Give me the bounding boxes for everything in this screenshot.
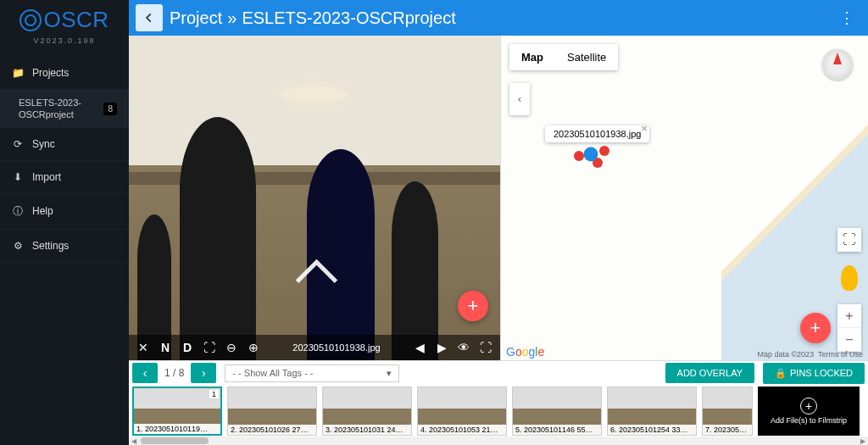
viewer-toolbar: ✕ N D ⛶ ⊖ ⊕ 20230510101938.jpg ◀ ▶ 👁 ⛶	[129, 335, 500, 360]
add-files-label: Add File(s) to Filmstrip	[771, 416, 847, 425]
chevron-down-icon: ▾	[387, 368, 392, 379]
thumbnail[interactable]: 5. 202305101146 55…	[512, 387, 602, 436]
map-zoom-in-button[interactable]: +	[837, 304, 861, 328]
folder-icon: 📁	[12, 67, 24, 79]
breadcrumb-root[interactable]: Project	[170, 8, 222, 27]
nav-project-item-label: ESLETS-2023-OSCRproject	[19, 97, 103, 121]
horizontal-scrollbar[interactable]: ◀ ▶	[129, 437, 868, 445]
breadcrumb: Project»ESLETS-2023-OSCRproject	[170, 8, 832, 28]
photo-viewer: + ✕ N D ⛶ ⊖ ⊕ 20230510101938.jpg ◀ ▶ 👁 ⛶	[129, 36, 500, 360]
map-add-fab-button[interactable]: +	[800, 313, 831, 343]
scroll-left-arrow[interactable]: ◀	[129, 437, 139, 445]
tooltip-close-button[interactable]: ✕	[641, 124, 648, 133]
map-pin-active[interactable]	[584, 147, 598, 162]
main: Project»ESLETS-2023-OSCRproject ⋮ + ✕ N …	[129, 0, 868, 445]
north-button[interactable]: N	[158, 341, 173, 354]
map-zoom-out-button[interactable]: −	[837, 328, 861, 352]
marker-tooltip: 20230510101938.jpg ✕	[545, 125, 649, 142]
scroll-thumb[interactable]	[141, 437, 209, 444]
nav-sync-label: Sync	[32, 138, 55, 150]
map-controls: ⛶ + −	[837, 228, 861, 352]
pegman-icon[interactable]	[841, 265, 858, 291]
add-overlay-button[interactable]: ADD OVERLAY	[665, 363, 754, 383]
plus-circle-icon: +	[800, 398, 817, 414]
panorama-image[interactable]: + ✕ N D ⛶ ⊖ ⊕ 20230510101938.jpg ◀ ▶ 👁 ⛶	[129, 36, 500, 360]
thumbnail-label: 1. 2023051010119…	[134, 424, 220, 434]
app-version: V2023.0.198	[10, 36, 119, 45]
pager-position: 1 / 8	[164, 367, 184, 379]
nav-project-item[interactable]: ESLETS-2023-OSCRproject 8	[0, 90, 129, 128]
viewer-filename: 20230510101938.jpg	[268, 342, 405, 353]
tags-dropdown[interactable]: - - Show All Tags - - ▾	[225, 364, 398, 382]
add-files-button[interactable]: + Add File(s) to Filmstrip	[758, 387, 860, 436]
terms-link[interactable]: Terms of Use	[818, 350, 863, 359]
project-count-badge: 8	[103, 103, 117, 115]
fullscreen-target-icon[interactable]: ⛶	[202, 341, 217, 354]
fullscreen-map-button[interactable]: ⛶	[837, 228, 861, 252]
zoom-out-button[interactable]: ⊖	[224, 341, 239, 354]
thumbnail-label: 3. 202305101031 24…	[323, 425, 411, 435]
sidebar: OSCR V2023.0.198 📁 Projects ESLETS-2023-…	[0, 0, 129, 445]
import-icon: ⬇	[12, 171, 24, 183]
nav-projects-label: Projects	[32, 67, 69, 79]
thumbnail[interactable]: 3. 202305101031 24…	[322, 387, 412, 436]
pager-prev-button[interactable]: ‹	[132, 363, 158, 383]
nav-projects[interactable]: 📁 Projects	[0, 57, 129, 90]
thumbnail-label: 2. 202305101026 27…	[228, 425, 316, 435]
add-fab-button[interactable]: +	[458, 291, 488, 321]
thumbnail-label: 5. 202305101146 55…	[513, 425, 601, 435]
nav-help-label: Help	[32, 205, 53, 217]
map-collapse-button[interactable]: ‹	[509, 83, 530, 115]
nav-import[interactable]: ⬇ Import	[0, 161, 129, 194]
thumbnail[interactable]: 4. 202305101053 21…	[417, 387, 507, 436]
thumbnail[interactable]: 6. 202305101254 33…	[607, 387, 697, 436]
content: + ✕ N D ⛶ ⊖ ⊕ 20230510101938.jpg ◀ ▶ 👁 ⛶	[129, 36, 868, 360]
thumbnail[interactable]: 7. 20230510 17…	[702, 387, 753, 436]
map-markers	[574, 146, 616, 171]
map-panel[interactable]: Map Satellite ‹ 20230510101938.jpg ✕ ⛶ +	[500, 36, 868, 360]
thumbnail[interactable]: 11. 2023051010119…	[132, 387, 222, 436]
google-logo: Google	[506, 345, 544, 359]
map-attribution: Map data ©2023 Terms of Use	[757, 350, 863, 359]
zoom-in-button[interactable]: ⊕	[246, 341, 261, 354]
pins-locked-label: PINS LOCKED	[790, 368, 853, 378]
nav-import-label: Import	[32, 171, 61, 183]
filmstrip: 11. 2023051010119… 2. 202305101026 27… 3…	[129, 385, 868, 437]
nav-sync[interactable]: ⟳ Sync	[0, 128, 129, 161]
thumbnail-label: 4. 202305101053 21…	[418, 425, 506, 435]
pins-locked-button[interactable]: 🔒 PINS LOCKED	[763, 363, 865, 384]
next-image-button[interactable]: ▶	[434, 341, 449, 354]
pager-next-button[interactable]: ›	[191, 363, 216, 383]
compass-icon[interactable]	[822, 49, 853, 80]
thumbnail[interactable]: 2. 202305101026 27…	[227, 387, 317, 436]
map-type-map[interactable]: Map	[509, 44, 555, 70]
prev-image-button[interactable]: ◀	[412, 341, 427, 354]
expand-icon[interactable]: ⛶	[478, 341, 493, 354]
more-menu-button[interactable]: ⋮	[832, 5, 861, 31]
nav-settings[interactable]: ⚙ Settings	[0, 230, 129, 263]
logo: OSCR V2023.0.198	[0, 0, 129, 57]
filmstrip-toolbar: ‹ 1 / 8 › - - Show All Tags - - ▾ ADD OV…	[129, 361, 868, 385]
bottom-bar: ‹ 1 / 8 › - - Show All Tags - - ▾ ADD OV…	[129, 360, 868, 445]
sync-icon: ⟳	[12, 138, 24, 150]
scroll-right-arrow[interactable]: ▶	[858, 437, 868, 445]
breadcrumb-current: ESLETS-2023-OSCRproject	[242, 8, 455, 27]
info-icon: ⓘ	[12, 204, 24, 219]
map-type-satellite[interactable]: Satellite	[555, 44, 618, 70]
nav-settings-label: Settings	[32, 240, 69, 252]
gear-icon: ⚙	[12, 240, 24, 252]
back-button[interactable]	[136, 4, 163, 31]
map-pin[interactable]	[599, 146, 609, 156]
tooltip-filename: 20230510101938.jpg	[554, 129, 641, 139]
thumbnail-label: 7. 20230510 17…	[703, 425, 752, 435]
thumbnail-label: 6. 202305101254 33…	[608, 425, 696, 435]
nav-help[interactable]: ⓘ Help	[0, 194, 129, 230]
chevron-left-icon	[143, 12, 155, 24]
d-button[interactable]: D	[180, 341, 195, 354]
app-name: OSCR	[43, 7, 108, 33]
nav-forward-arrow[interactable]	[293, 259, 336, 284]
map-pin[interactable]	[574, 151, 584, 161]
tags-label: - - Show All Tags - -	[232, 368, 313, 378]
close-viewer-button[interactable]: ✕	[136, 341, 151, 354]
visibility-icon[interactable]: 👁	[456, 341, 471, 354]
